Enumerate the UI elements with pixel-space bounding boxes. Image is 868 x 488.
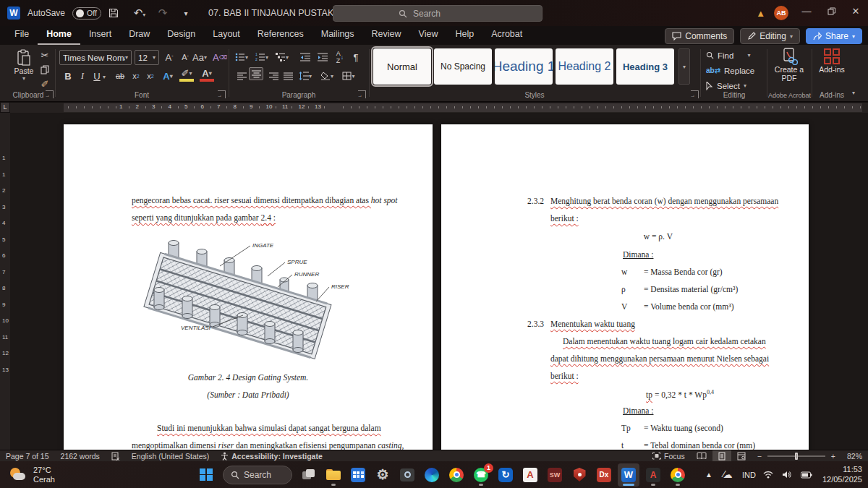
style-normal[interactable]: Normal (373, 48, 431, 85)
underline-dropdown-icon[interactable]: ▾ (103, 74, 106, 80)
increase-indent-icon[interactable] (315, 50, 330, 64)
style-no-spacing[interactable]: No Spacing (434, 48, 492, 85)
taskbar-app-dx-app[interactable]: Dx (593, 463, 615, 487)
pilcrow-icon[interactable]: ¶ (349, 50, 363, 64)
zoom-in-button[interactable]: + (825, 450, 841, 462)
font-size-combo[interactable]: 12▾ (135, 50, 159, 65)
start-button[interactable] (195, 463, 217, 487)
bold-icon[interactable]: B (61, 69, 75, 83)
font-color-icon[interactable]: A▾ (200, 67, 214, 82)
tab-draw[interactable]: Draw (120, 26, 158, 43)
taskbar-app-chrome-2[interactable] (667, 463, 689, 487)
tab-layout[interactable]: Layout (204, 26, 249, 43)
taskbar-app-edge[interactable] (421, 463, 443, 487)
bullets-icon[interactable]: ▾ (234, 50, 249, 64)
decrease-indent-icon[interactable] (298, 50, 312, 64)
sort-icon[interactable]: AZ↓ (333, 50, 347, 64)
page-left[interactable]: pengecoran bebas cacat. riser sesuai dim… (64, 124, 433, 450)
tab-review[interactable]: Review (363, 26, 410, 43)
redo-icon[interactable]: ↷ (155, 7, 171, 20)
taskbar-app-sync-app[interactable]: ↻ (495, 463, 516, 487)
tab-mailings[interactable]: Mailings (312, 26, 363, 43)
taskbar-app-settings[interactable]: ⚙ (372, 463, 393, 487)
comments-button[interactable]: Comments (665, 28, 734, 44)
line-spacing-icon[interactable]: ▾ (298, 69, 312, 83)
quick-access-menu-icon[interactable]: ▾ (178, 9, 194, 17)
paragraph-dialog-launcher[interactable]: ⌐ (358, 90, 366, 98)
proofing-icon[interactable] (106, 450, 126, 462)
volume-icon[interactable] (782, 471, 796, 479)
gating-system-figure[interactable]: INGATE SPRUE RUNNER RISER VENTILASI (143, 234, 367, 366)
horizontal-ruler[interactable]: 12345678910111213 (10, 103, 868, 113)
share-button[interactable]: Share ▾ (806, 28, 862, 44)
taskbar-app-calculator[interactable] (347, 463, 369, 487)
align-center-icon[interactable] (249, 67, 263, 80)
strikethrough-icon[interactable]: ab (113, 69, 127, 83)
page-right[interactable]: 2.3.2 Menghitung berat benda coran (w) d… (441, 124, 809, 450)
vertical-ruler[interactable]: 112345678910111213 (0, 113, 10, 450)
clock[interactable]: 11:53 12/05/2025 (822, 465, 862, 484)
tab-insert[interactable]: Insert (80, 26, 120, 43)
focus-mode-button[interactable]: Focus (647, 450, 691, 462)
page-indicator[interactable]: Page 7 of 15 (0, 450, 55, 462)
language-switcher[interactable]: IND (739, 471, 759, 479)
weather-widget[interactable]: 27°C Cerah (9, 466, 55, 484)
shrink-font-icon[interactable]: Aˇ (178, 50, 192, 64)
clipboard-dialog-launcher[interactable]: ⌐ (46, 90, 54, 98)
copy-icon[interactable] (38, 62, 52, 77)
taskbar-app-word[interactable]: W (618, 463, 639, 487)
text-effects-icon[interactable]: A▾ (161, 69, 175, 83)
paste-button[interactable]: Paste ▾ (12, 49, 36, 82)
font-dialog-launcher[interactable]: ⌐ (218, 90, 226, 98)
taskbar-app-file-explorer[interactable] (323, 463, 344, 487)
taskbar-search[interactable]: Search (223, 466, 292, 484)
superscript-icon[interactable]: x2 (143, 69, 158, 83)
battery-icon[interactable] (801, 471, 815, 479)
accessibility-status[interactable]: Accessibility: Investigate (215, 450, 328, 462)
replace-button[interactable]: ab⇄ Replace (706, 64, 754, 77)
tray-chevron-icon[interactable]: ▲ (702, 471, 716, 479)
taskbar-app-acrobat[interactable]: A (642, 463, 664, 487)
tab-acrobat[interactable]: Acrobat (482, 26, 531, 43)
justify-icon[interactable] (281, 69, 295, 83)
cut-icon[interactable]: ✂ (38, 48, 52, 62)
zoom-slider[interactable] (767, 455, 825, 457)
grow-font-icon[interactable]: Aˆ (162, 50, 176, 64)
highlight-color-icon[interactable]: ✐▾ (179, 67, 194, 82)
warning-icon[interactable]: ▲ (756, 8, 765, 19)
tab-view[interactable]: View (410, 26, 447, 43)
underline-icon[interactable]: U (90, 69, 104, 83)
align-left-icon[interactable] (234, 69, 249, 83)
tab-home[interactable]: Home (38, 26, 80, 45)
read-mode-button[interactable] (691, 450, 712, 462)
taskbar-app-solidworks[interactable]: SW (544, 463, 566, 487)
zoom-level[interactable]: 82% (841, 450, 868, 462)
taskbar-app-task-view[interactable] (298, 463, 320, 487)
shading-icon[interactable]: ▾ (320, 69, 334, 83)
taskbar-app-autocad[interactable]: A (519, 463, 541, 487)
styles-dialog-launcher[interactable]: ⌐ (691, 90, 699, 98)
find-button[interactable]: Find▾ (706, 48, 750, 62)
styles-more-button[interactable]: ▾ (678, 48, 690, 85)
addins-button[interactable]: Add-ins (816, 48, 848, 74)
document-title[interactable]: 07. BAB II TINJAUAN PUSTAKA (208, 8, 340, 18)
collapse-ribbon-icon[interactable]: ▾ (852, 90, 855, 96)
create-pdf-button[interactable]: Create a PDF (773, 48, 806, 82)
taskbar-app-whatsapp[interactable]: ☎1 (470, 463, 492, 487)
word-count[interactable]: 2162 words (55, 450, 106, 462)
tab-references[interactable]: References (249, 26, 312, 43)
tab-design[interactable]: Design (158, 26, 204, 43)
document-canvas[interactable]: pengecoran bebas cacat. riser sesuai dim… (10, 113, 868, 450)
undo-icon[interactable]: ↶▾ (132, 7, 148, 20)
close-button[interactable]: ✕ (843, 0, 868, 22)
borders-icon[interactable]: ▾ (341, 69, 356, 83)
change-case-icon[interactable]: Aa▾ (192, 50, 207, 64)
tab-help[interactable]: Help (446, 26, 482, 43)
search-box[interactable]: Search (333, 5, 542, 22)
autosave-toggle[interactable]: Off (72, 7, 101, 20)
minimize-button[interactable]: — (794, 0, 819, 22)
subscript-icon[interactable]: x2 (129, 69, 143, 83)
zoom-out-button[interactable]: − (752, 450, 767, 462)
print-layout-button[interactable] (712, 450, 731, 462)
style-heading-3[interactable]: Heading 3 (616, 48, 674, 85)
